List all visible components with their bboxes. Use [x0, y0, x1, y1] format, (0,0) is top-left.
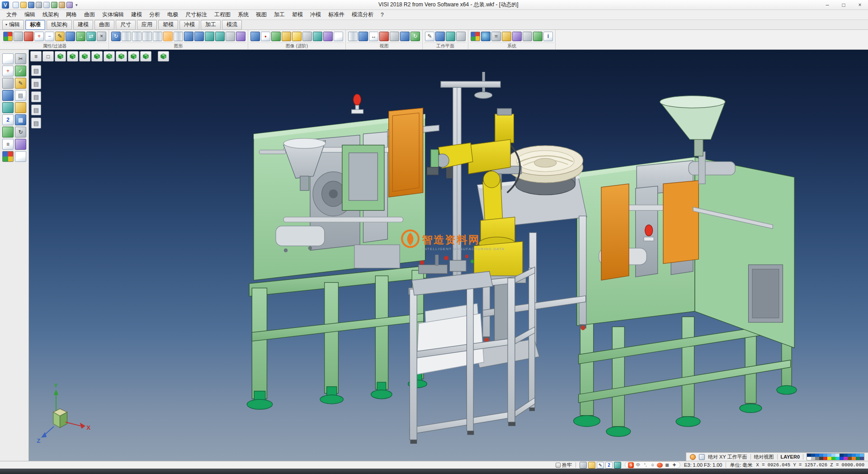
color-swatch[interactable]: [860, 454, 864, 457]
view-dynamic-button[interactable]: [158, 51, 169, 62]
undo-rotate-icon[interactable]: ↻: [15, 127, 26, 137]
filter-apply-icon[interactable]: →: [76, 32, 85, 41]
view-iso-icon[interactable]: [359, 32, 368, 41]
pin-toggle[interactable]: 拴牢: [556, 462, 572, 469]
globe-icon[interactable]: [481, 32, 491, 41]
sheet-icon[interactable]: [15, 151, 26, 162]
workplane-indicator-icon[interactable]: [690, 454, 696, 460]
view-front-icon[interactable]: [348, 32, 358, 41]
matrix-icon[interactable]: [15, 139, 26, 150]
clipboard-icon[interactable]: ▤: [15, 90, 26, 101]
color-swatch[interactable]: [831, 454, 835, 457]
grid-display-icon[interactable]: [226, 32, 235, 41]
edit-dropdown[interactable]: ▾ 编辑: [2, 20, 24, 30]
color-swatch[interactable]: [807, 457, 811, 460]
view-front-button[interactable]: [67, 51, 78, 62]
clipboard-slot-4-icon[interactable]: ▤: [31, 104, 41, 115]
menu-item[interactable]: 模流分析: [348, 9, 377, 20]
absolute-view-label[interactable]: 绝对视图: [754, 454, 774, 460]
context-tab[interactable]: 塑模: [158, 20, 178, 30]
view-iso-se-button[interactable]: [116, 51, 127, 62]
color-swatch[interactable]: [844, 457, 848, 460]
menu-item[interactable]: 标准件: [325, 9, 348, 20]
workplane-reset-icon[interactable]: [456, 32, 466, 41]
print-icon[interactable]: [36, 2, 42, 8]
shaded-view-icon[interactable]: [142, 32, 152, 41]
menu-item[interactable]: 建模: [127, 9, 146, 20]
redraw-icon[interactable]: ↻: [111, 32, 121, 41]
color-swatch[interactable]: [815, 454, 819, 457]
settings-icon[interactable]: [523, 32, 532, 41]
open-file-icon[interactable]: [20, 2, 27, 8]
view-plane-button[interactable]: □: [42, 51, 54, 62]
color-swatch[interactable]: [823, 454, 827, 457]
color-swatch[interactable]: [827, 454, 831, 457]
color-swatch[interactable]: [827, 457, 831, 460]
solid-box-icon[interactable]: [2, 127, 14, 137]
snapshot-icon[interactable]: [250, 32, 260, 41]
paste-icon[interactable]: [15, 102, 26, 113]
confirm-icon[interactable]: ✓: [15, 66, 26, 76]
undo-icon[interactable]: [51, 2, 57, 8]
color-swatch[interactable]: [840, 454, 844, 457]
lighting-icon[interactable]: [292, 32, 302, 41]
menu-item[interactable]: 线架构: [39, 9, 62, 20]
color-swatch[interactable]: [848, 457, 852, 460]
view-iso-ne-button[interactable]: [91, 51, 103, 62]
color-swatch[interactable]: [835, 454, 840, 457]
view-iso-nw-button[interactable]: [104, 51, 115, 62]
context-tab[interactable]: 曲面: [94, 20, 114, 30]
edit-pen-icon[interactable]: ✎: [15, 78, 26, 89]
camera-icon[interactable]: [390, 32, 399, 41]
context-tab[interactable]: 线架构: [47, 20, 72, 30]
ime-keyboard-button[interactable]: ▦: [664, 462, 670, 468]
save-icon[interactable]: [28, 2, 34, 8]
screenshot-icon[interactable]: [59, 2, 65, 8]
count-badge[interactable]: 2: [605, 462, 613, 469]
filter-remove-icon[interactable]: −: [45, 32, 54, 41]
workplane-rotate-icon[interactable]: [446, 32, 455, 41]
list-icon[interactable]: ≡: [2, 139, 14, 150]
color-swatch[interactable]: [819, 454, 823, 457]
context-tab[interactable]: 尺寸: [116, 20, 136, 30]
color-swatch[interactable]: [840, 457, 844, 460]
view-top-button[interactable]: [55, 51, 66, 62]
color-swatch[interactable]: [844, 454, 848, 457]
attribute-print-icon[interactable]: [14, 32, 23, 41]
menu-item[interactable]: 实体编辑: [99, 9, 127, 20]
scissors-icon[interactable]: ✂: [15, 53, 26, 64]
rotate-view-icon[interactable]: [215, 32, 225, 41]
macro-icon[interactable]: [512, 32, 522, 41]
save-view-icon[interactable]: [2, 90, 14, 101]
view-refresh-icon[interactable]: ↻: [410, 32, 420, 41]
context-tab[interactable]: 标准: [25, 20, 45, 30]
ime-toolbox-button[interactable]: ✚: [671, 462, 677, 468]
mini-palette-icon[interactable]: [2, 151, 14, 162]
clipboard-slot-3-icon[interactable]: ▤: [31, 91, 41, 102]
cells-icon[interactable]: ▦: [15, 114, 26, 125]
view-iso-sw-button[interactable]: [128, 51, 139, 62]
database-icon[interactable]: [502, 32, 511, 41]
context-tab[interactable]: 加工: [201, 20, 221, 30]
workplane-create-icon[interactable]: ✎: [425, 32, 434, 41]
menu-item[interactable]: 网格: [62, 9, 80, 20]
section-icon[interactable]: [379, 32, 389, 41]
color-swatch[interactable]: [848, 454, 852, 457]
zoom-window-icon[interactable]: [184, 32, 193, 41]
gear-icon[interactable]: [2, 78, 14, 89]
sogou-logo-icon[interactable]: S: [628, 462, 634, 468]
stereo-icon[interactable]: [323, 32, 333, 41]
layer-manager-icon[interactable]: [533, 32, 542, 41]
axis-indicator-icon[interactable]: [699, 454, 705, 460]
menu-item[interactable]: ?: [377, 10, 387, 19]
plot-icon[interactable]: [43, 2, 50, 8]
menu-item[interactable]: 尺寸标注: [182, 9, 211, 20]
close-button[interactable]: ×: [852, 0, 868, 9]
context-tab[interactable]: 模流: [222, 20, 242, 30]
visi-logo-icon[interactable]: V: [2, 1, 9, 9]
filter-clear-icon[interactable]: ×: [97, 32, 106, 41]
filter-magnet-icon[interactable]: [24, 32, 33, 41]
color-swatch[interactable]: [811, 457, 815, 460]
right-injection-machine[interactable]: [574, 96, 797, 436]
menu-item[interactable]: 加工: [270, 9, 288, 20]
